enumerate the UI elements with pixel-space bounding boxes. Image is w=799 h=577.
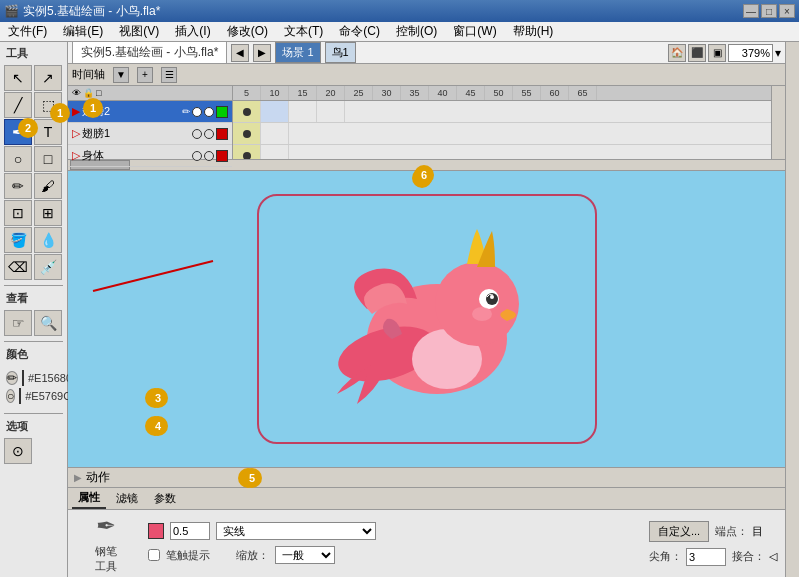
layer-color-body[interactable]: [216, 150, 228, 162]
properties-panel: ▶ 动作 属性 滤镜 参数 ✒ 钢笔工具 5: [68, 467, 785, 577]
timeline-area: 时间轴 ▼ + ☰ 👁 🔒 □ 1: [68, 64, 785, 159]
tab-params[interactable]: 参数: [148, 489, 182, 508]
layer-row-wings1[interactable]: ▷ 翅膀1: [68, 123, 232, 145]
timeline-v-scrollbar[interactable]: [771, 86, 785, 159]
layer-lock-wings2[interactable]: [204, 107, 214, 117]
frame-cell-wings1-2[interactable]: [261, 123, 289, 144]
bird-tab[interactable]: 鸟1: [325, 42, 356, 63]
tab-filters[interactable]: 滤镜: [110, 489, 144, 508]
timeline-menu-button[interactable]: ☰: [161, 67, 177, 83]
frame-keyframe-wings2[interactable]: [233, 101, 261, 122]
tool-oval[interactable]: ○: [4, 146, 32, 172]
tool-select[interactable]: ↖: [4, 65, 32, 91]
keyframe-dot-wings2: [243, 108, 251, 116]
layer-visibility-body[interactable]: [192, 151, 202, 161]
props-stroke-color[interactable]: [148, 523, 164, 539]
zoom-icon-1[interactable]: 🏠: [668, 44, 686, 62]
zoom-icon-3[interactable]: ▣: [708, 44, 726, 62]
frame-keyframe-wings1[interactable]: [233, 123, 261, 144]
stroke-color-row: ✏ #E15680 3: [6, 370, 61, 386]
zoom-area: 🏠 ⬛ ▣ ▾: [668, 44, 781, 62]
main-v-scrollbar[interactable]: [785, 42, 799, 577]
nav-forward-button[interactable]: ▶: [253, 44, 271, 62]
layer-row-body[interactable]: ▷ 身体: [68, 145, 232, 167]
layer-color-wings1[interactable]: [216, 128, 228, 140]
menu-text[interactable]: 文本(T): [280, 21, 327, 42]
menu-view[interactable]: 视图(V): [115, 21, 163, 42]
close-button[interactable]: ×: [779, 4, 795, 18]
tool-transform[interactable]: ⊡: [4, 200, 32, 226]
menu-control[interactable]: 控制(O): [392, 21, 441, 42]
props-hint-row: 笔触提示 缩放： 一般: [148, 546, 637, 564]
frame-cell-active[interactable]: [261, 101, 289, 122]
tool-subselect[interactable]: ↗: [34, 65, 62, 91]
layer-lock-body[interactable]: [204, 151, 214, 161]
tool-eraser[interactable]: ⌫: [4, 254, 32, 280]
timeline-add-button[interactable]: +: [137, 67, 153, 83]
timeline-collapse-button[interactable]: ▼: [113, 67, 129, 83]
corner-area: 尖角：: [649, 548, 726, 566]
scene-tab[interactable]: 场景 1: [275, 42, 320, 63]
menu-command[interactable]: 命令(C): [335, 21, 384, 42]
tool-pen[interactable]: ✒: [4, 119, 32, 145]
frame-keyframe-body[interactable]: [233, 145, 261, 159]
menu-file[interactable]: 文件(F): [4, 21, 51, 42]
canvas-area[interactable]: [68, 171, 785, 467]
scale-select[interactable]: 一般: [275, 546, 335, 564]
zoom-input[interactable]: [728, 44, 773, 62]
props-expand-icon[interactable]: ▶: [74, 472, 82, 483]
tool-rect[interactable]: □: [34, 146, 62, 172]
tool-option-1[interactable]: ⊙: [4, 438, 32, 464]
view-section-label: 查看: [2, 289, 65, 308]
layer-color-wings2[interactable]: [216, 106, 228, 118]
layer-indent-body: ▷: [72, 149, 80, 162]
props-right-panel: 自定义... 端点： 目 尖角： 接合： ◁: [649, 521, 777, 566]
menu-modify[interactable]: 修改(O): [223, 21, 272, 42]
layer-visibility-wings2[interactable]: [192, 107, 202, 117]
tool-zoom[interactable]: 🔍: [34, 310, 62, 336]
tool-line[interactable]: ╱: [4, 92, 32, 118]
tool-hand[interactable]: ☞: [4, 310, 32, 336]
svg-point-7: [472, 307, 492, 321]
frame-num-45: 45: [457, 86, 485, 100]
tool-text[interactable]: T: [34, 119, 62, 145]
tool-fill-xform[interactable]: ⊞: [34, 200, 62, 226]
menu-edit[interactable]: 编辑(E): [59, 21, 107, 42]
layer-rows-container: 1 ▶ 翅膀2 ✏ ▷ 翅膀1: [68, 101, 232, 167]
tool-lasso[interactable]: ⬚: [34, 92, 62, 118]
frame-cell-4[interactable]: [317, 101, 345, 122]
tool-divider-3: [4, 413, 63, 414]
frame-cell-3[interactable]: [289, 101, 317, 122]
stroke-width-input[interactable]: [170, 522, 210, 540]
menu-bar: 文件(F) 编辑(E) 视图(V) 插入(I) 修改(O) 文本(T) 命令(C…: [0, 22, 799, 42]
bird-illustration: [277, 209, 577, 429]
tab-properties[interactable]: 属性: [72, 488, 106, 509]
tool-ink[interactable]: 🪣: [4, 227, 32, 253]
stroke-color-swatch[interactable]: [22, 370, 24, 386]
stroke-style-select[interactable]: 实线: [216, 522, 376, 540]
doc-title[interactable]: 实例5.基础绘画 - 小鸟.fla*: [72, 41, 227, 64]
tool-eyedrop[interactable]: 💉: [34, 254, 62, 280]
window-controls[interactable]: — □ ×: [743, 4, 795, 18]
tool-brush[interactable]: 🖌: [34, 173, 62, 199]
corner-row: 尖角： 接合： ◁: [649, 548, 777, 566]
layer-visibility-wings1[interactable]: [192, 129, 202, 139]
minimize-button[interactable]: —: [743, 4, 759, 18]
layer-lock-wings1[interactable]: [204, 129, 214, 139]
menu-insert[interactable]: 插入(I): [171, 21, 214, 42]
hint-checkbox[interactable]: [148, 549, 160, 561]
menu-window[interactable]: 窗口(W): [449, 21, 500, 42]
custom-button[interactable]: 自定义...: [649, 521, 709, 542]
tool-pencil[interactable]: ✏: [4, 173, 32, 199]
zoom-icon-2[interactable]: ⬛: [688, 44, 706, 62]
svg-point-3: [435, 262, 519, 346]
menu-help[interactable]: 帮助(H): [509, 21, 558, 42]
tool-paint[interactable]: 💧: [34, 227, 62, 253]
nav-back-button[interactable]: ◀: [231, 44, 249, 62]
corner-value-input[interactable]: [686, 548, 726, 566]
frame-track-wings2: [233, 101, 771, 123]
layer-row-wings2[interactable]: ▶ 翅膀2 ✏: [68, 101, 232, 123]
maximize-button[interactable]: □: [761, 4, 777, 18]
fill-color-swatch[interactable]: [19, 388, 21, 404]
frame-cell-body-2[interactable]: [261, 145, 289, 159]
